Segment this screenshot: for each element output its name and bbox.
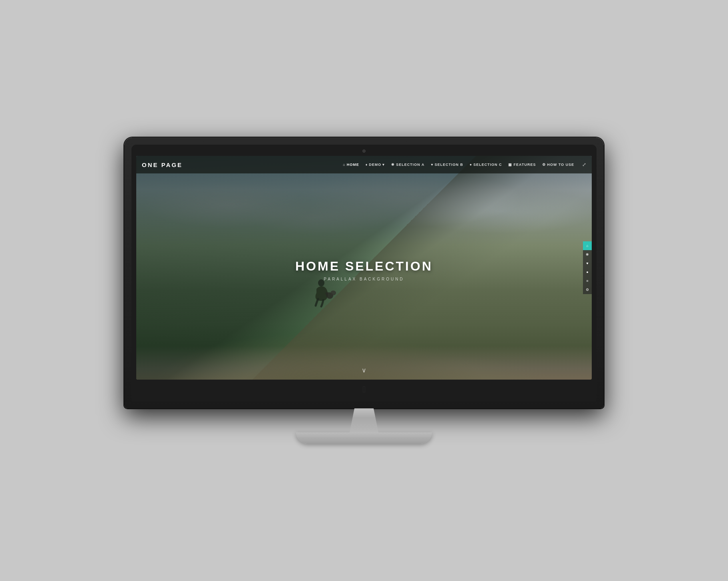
side-selection-c-icon: ● xyxy=(586,270,588,274)
side-features-icon: ≡ xyxy=(586,279,588,283)
monitor-stand xyxy=(296,408,432,444)
demo-dropdown-arrow: ▾ xyxy=(382,163,385,167)
nav-selection-a-label: SELECTION A xyxy=(396,163,424,167)
selection-b-icon: ♥ xyxy=(431,163,434,167)
nav-item-how-to-use[interactable]: ⚙ HOW TO USE xyxy=(542,163,574,167)
stand-neck xyxy=(348,408,380,432)
stand-base xyxy=(296,432,432,444)
hero-title: HOME SELECTION xyxy=(295,259,433,274)
side-nav: ⌂ ❋ ♥ ● ≡ ⚙ xyxy=(583,241,592,294)
figure-silhouette xyxy=(309,277,337,317)
svg-point-1 xyxy=(330,290,336,295)
hero-subtitle: PARALLAX BACKGROUND xyxy=(295,277,433,281)
navbar: ONE PAGE ⌂ HOME ♦ DEMO ▾ ❋ xyxy=(136,156,592,173)
expand-icon[interactable]: ⤢ xyxy=(582,162,586,167)
monitor-wrapper: ONE PAGE ⌂ HOME ♦ DEMO ▾ ❋ xyxy=(104,137,624,444)
nav-item-selection-a[interactable]: ❋ SELECTION A xyxy=(391,163,424,167)
side-nav-features[interactable]: ≡ xyxy=(583,277,592,285)
rocks-foreground xyxy=(136,286,592,380)
nav-demo-label: DEMO xyxy=(369,163,381,167)
features-icon: ▦ xyxy=(508,163,512,167)
side-home-icon: ⌂ xyxy=(586,244,588,248)
monitor-body: ONE PAGE ⌂ HOME ♦ DEMO ▾ ❋ xyxy=(124,137,604,408)
nav-item-selection-c[interactable]: ● SELECTION C xyxy=(469,163,502,167)
side-nav-selection-a[interactable]: ❋ xyxy=(583,250,592,259)
selection-c-icon: ● xyxy=(469,163,472,167)
nav-selection-c-label: SELECTION C xyxy=(473,163,502,167)
nav-how-to-use-label: HOW TO USE xyxy=(547,163,574,167)
nav-item-demo[interactable]: ♦ DEMO ▾ xyxy=(366,163,385,167)
hero-content: HOME SELECTION PARALLAX BACKGROUND xyxy=(295,259,433,281)
side-selection-b-icon: ♥ xyxy=(586,261,588,265)
nav-features-label: FEATURES xyxy=(513,163,536,167)
camera-dot xyxy=(362,149,366,153)
nav-links: ⌂ HOME ♦ DEMO ▾ ❋ SELECTION A xyxy=(343,162,586,167)
nav-item-home[interactable]: ⌂ HOME xyxy=(343,163,359,167)
demo-icon: ♦ xyxy=(366,163,368,167)
nav-item-features[interactable]: ▦ FEATURES xyxy=(508,163,536,167)
apple-logo:  xyxy=(136,380,592,398)
side-nav-how-to-use[interactable]: ⚙ xyxy=(583,285,592,294)
nav-home-label: HOME xyxy=(347,163,359,167)
nav-selection-b-label: SELECTION B xyxy=(435,163,463,167)
screen: ONE PAGE ⌂ HOME ♦ DEMO ▾ ❋ xyxy=(136,156,592,380)
side-nav-selection-c[interactable]: ● xyxy=(583,268,592,277)
monitor-bezel: ONE PAGE ⌂ HOME ♦ DEMO ▾ ❋ xyxy=(131,145,597,401)
side-selection-a-icon: ❋ xyxy=(586,253,589,257)
side-how-to-use-icon: ⚙ xyxy=(586,288,589,292)
how-to-use-icon: ⚙ xyxy=(542,163,546,167)
side-nav-selection-b[interactable]: ♥ xyxy=(583,259,592,268)
home-icon: ⌂ xyxy=(343,163,345,167)
side-nav-home[interactable]: ⌂ xyxy=(583,241,592,250)
nav-brand: ONE PAGE xyxy=(142,161,183,168)
selection-a-icon: ❋ xyxy=(391,163,395,167)
scroll-chevron[interactable]: ∨ xyxy=(362,366,366,374)
nav-item-selection-b[interactable]: ♥ SELECTION B xyxy=(431,163,463,167)
